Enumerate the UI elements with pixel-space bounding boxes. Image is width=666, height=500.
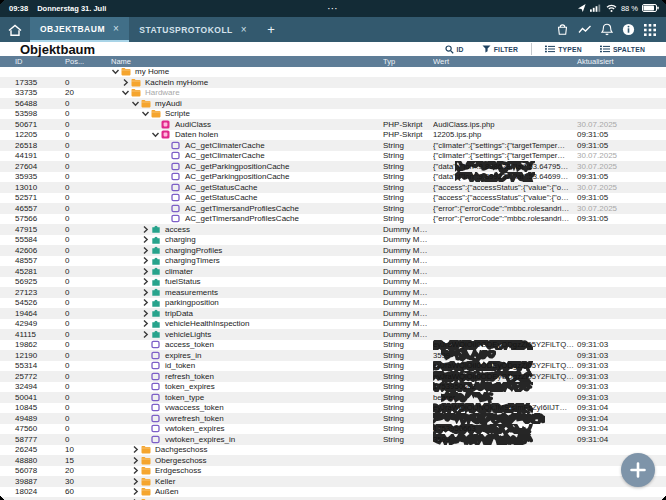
types-button[interactable]: TYPEN <box>536 45 591 53</box>
table-row[interactable]: 3373520Hardware <box>0 88 666 99</box>
table-row[interactable]: 429490vehicleHealthInspectionDummy M… <box>0 319 666 330</box>
table-row[interactable]: 271230measurementsDummy M… <box>0 287 666 298</box>
chevron-down-icon[interactable] <box>111 67 121 76</box>
table-row[interactable]: 506710AudiClassPHP-SkriptAudiClass.ips.p… <box>0 119 666 130</box>
cell-id: 50671 <box>0 119 50 130</box>
table-row[interactable]: 587770vwtoken_expires_inString359909:31:… <box>0 434 666 445</box>
column-header-wert[interactable]: Wert <box>433 56 575 67</box>
chevron-down-icon[interactable] <box>151 130 161 139</box>
chevron-right-icon[interactable] <box>131 456 141 465</box>
chevron-right-icon[interactable] <box>141 309 151 318</box>
column-header-id[interactable]: ID <box>0 56 50 67</box>
variable-icon <box>171 151 183 160</box>
object-name: Außen <box>155 487 179 496</box>
column-header-name[interactable]: Name <box>95 56 383 67</box>
table-row[interactable]: 4888015Obergeschoss <box>0 455 666 466</box>
chevron-right-icon[interactable] <box>131 445 141 454</box>
chevron-right-icon[interactable] <box>141 277 151 286</box>
table-row[interactable]: 500410token_typeStringbearer09:31:03 <box>0 392 666 403</box>
table-row[interactable]: 257720refresh_tokenStringeyJraWQiOiI0ODE… <box>0 371 666 382</box>
table-row[interactable]: 276040AC_getParkingpositionCacheString{"… <box>0 161 666 172</box>
chevron-down-icon[interactable] <box>141 109 151 118</box>
cell-name: AC_getClimaterCache <box>95 151 383 162</box>
chevron-right-icon[interactable] <box>141 298 151 307</box>
filter-button[interactable]: FILTER <box>473 45 527 53</box>
add-object-button[interactable] <box>621 453 655 487</box>
chevron-right-icon[interactable] <box>141 256 151 265</box>
cell-typ: String <box>383 382 433 393</box>
chevron-right-icon[interactable] <box>121 78 131 87</box>
chevron-right-icon[interactable] <box>131 466 141 475</box>
chevron-right-icon[interactable] <box>141 235 151 244</box>
apps-menu-button[interactable] <box>644 24 656 36</box>
search-icon <box>445 45 454 54</box>
table-row[interactable]: 108450vwaccess_tokenStringeyJraWQiOiJNQk… <box>0 403 666 414</box>
table-row[interactable]: 535980Scripte <box>0 109 666 120</box>
columns-button[interactable]: SPALTEN <box>591 45 654 53</box>
column-header-aktualisiert[interactable]: Aktualisiert <box>575 56 666 67</box>
table-row[interactable]: 479150accessDummy M… <box>0 224 666 235</box>
cell-typ <box>383 109 433 120</box>
table-row[interactable]: 485570chargingTimersDummy M… <box>0 256 666 267</box>
chevron-right-icon[interactable] <box>141 288 151 297</box>
chevron-right-icon[interactable] <box>131 477 141 486</box>
table-row[interactable]: 555840chargingDummy M… <box>0 235 666 246</box>
table-row[interactable]: 122050Daten holenPHP-Skript12205.ips.php… <box>0 130 666 141</box>
cell-pos: 0 <box>50 214 95 225</box>
cell-typ <box>383 476 433 487</box>
table-row[interactable]: 5607820Erdgeschoss <box>0 466 666 477</box>
chevron-right-icon[interactable] <box>131 487 141 496</box>
chevron-right-icon[interactable] <box>141 267 151 276</box>
table-row[interactable]: 494890vwrefresh_tokenString09:31:04 <box>0 413 666 424</box>
table-row[interactable]: 411150vehicleLightsDummy M… <box>0 329 666 340</box>
cell-pos: 10 <box>50 445 95 456</box>
table-row[interactable]: 525710AC_getStatusCacheString{"access":{… <box>0 193 666 204</box>
cell-wert <box>433 224 575 235</box>
table-row[interactable]: 564880myAudi <box>0 98 666 109</box>
table-row[interactable]: 359350AC_getParkingpositionCacheString{"… <box>0 172 666 183</box>
chevron-right-icon[interactable] <box>141 225 151 234</box>
new-tab-button[interactable]: + <box>257 17 285 42</box>
chevron-right-icon[interactable] <box>141 246 151 255</box>
table-row[interactable]: 475600vwtoken_expiresString175395066309:… <box>0 424 666 435</box>
cell-typ: Dummy M… <box>383 224 433 235</box>
table-row[interactable]: 553140id_tokenStringeyJraWQiOiI0ODEyODgz… <box>0 361 666 372</box>
chevron-down-icon[interactable] <box>131 99 141 108</box>
chevron-right-icon[interactable] <box>141 330 151 339</box>
instance-icon <box>151 256 163 266</box>
object-id-search-button[interactable]: ID <box>436 45 473 54</box>
table-row[interactable]: my Home <box>0 67 666 78</box>
table-row[interactable]: 121900expires_inString359909:31:03 <box>0 350 666 361</box>
tab-objektbaum[interactable]: OBJEKTBAUM × <box>30 17 129 42</box>
chevron-right-icon[interactable] <box>141 319 151 328</box>
notifications-button[interactable] <box>601 23 613 36</box>
table-row[interactable]: 130100AC_getStatusCacheString{"access":{… <box>0 182 666 193</box>
object-name: expires_in <box>165 351 201 360</box>
activity-button[interactable] <box>578 24 592 36</box>
cell-id: 48557 <box>0 256 50 267</box>
table-row[interactable]: 3988730Keller <box>0 476 666 487</box>
table-row[interactable]: 1802460Außen <box>0 487 666 498</box>
table-row[interactable]: 465570AC_getTimersandProfilesCacheString… <box>0 203 666 214</box>
table-row[interactable]: 2624510Dachgeschoss <box>0 445 666 456</box>
table-row[interactable]: 198620access_tokenStringeyJraWQiOiI0ODEy… <box>0 340 666 351</box>
table-row[interactable]: 441910AC_getClimaterCacheString{"climate… <box>0 151 666 162</box>
home-button[interactable] <box>0 17 30 42</box>
tab-statusprotokoll[interactable]: STATUSPROTOKOLL × <box>129 17 257 42</box>
table-row[interactable]: 545260parkingpositionDummy M… <box>0 298 666 309</box>
column-header-pos[interactable]: Pos... <box>50 56 95 67</box>
table-row[interactable]: 426060chargingProfilesDummy M… <box>0 245 666 256</box>
table-row[interactable]: 575660AC_getTimersandProfilesCacheString… <box>0 214 666 225</box>
column-header-typ[interactable]: Typ <box>383 56 433 67</box>
tab-close-icon[interactable]: × <box>241 25 247 35</box>
tab-close-icon[interactable]: × <box>113 24 119 34</box>
table-row[interactable]: 194640tripDataDummy M… <box>0 308 666 319</box>
table-row[interactable]: 173350Kacheln myHome <box>0 77 666 88</box>
table-row[interactable]: 265180AC_getClimaterCacheString{"climate… <box>0 140 666 151</box>
table-row[interactable]: 452810climaterDummy M… <box>0 266 666 277</box>
table-row[interactable]: 324940token_expiresString175395066209:31… <box>0 382 666 393</box>
table-row[interactable]: 569250fuelStatusDummy M… <box>0 277 666 288</box>
chevron-down-icon[interactable] <box>121 88 131 97</box>
store-button[interactable] <box>556 23 569 36</box>
info-button[interactable] <box>622 23 635 36</box>
